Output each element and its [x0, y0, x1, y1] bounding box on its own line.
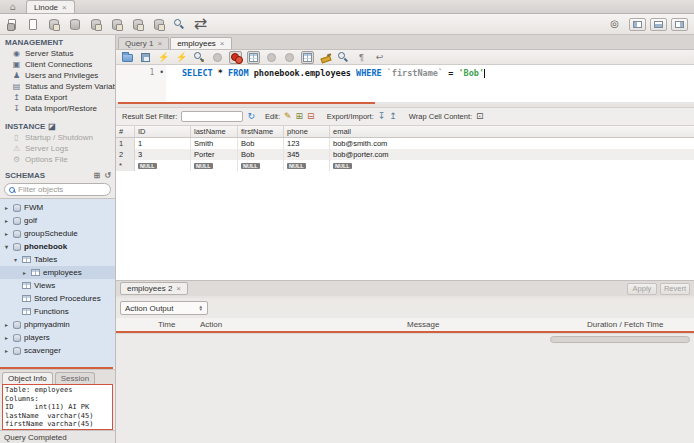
close-tab-icon[interactable]: ×	[157, 39, 162, 48]
expander-icon[interactable]: ▾	[3, 243, 10, 250]
grid-cell[interactable]: 1	[116, 138, 135, 149]
tree-node-tables[interactable]: ▾Tables	[0, 253, 115, 266]
new-query-tab-icon[interactable]	[4, 17, 19, 32]
create-view-icon[interactable]	[109, 17, 124, 32]
sql-code-editor[interactable]: 1 • SELECT * FROM phonebook.employees WH…	[116, 65, 694, 102]
create-table-icon[interactable]	[88, 17, 103, 32]
schemas-collapse-icon[interactable]: ⊞	[94, 171, 101, 180]
show-invisible-characters-icon[interactable]: ¶	[355, 51, 368, 64]
commit-transaction-icon[interactable]	[265, 51, 278, 64]
tree-node-functions[interactable]: Functions	[0, 305, 115, 318]
toggle-left-panel-button[interactable]	[629, 18, 646, 31]
tree-node-employees[interactable]: ▸employees	[0, 266, 115, 279]
search-data-icon[interactable]	[172, 17, 187, 32]
reconnect-database-icon[interactable]: ⇄	[193, 17, 208, 32]
sidebar-item-users-and-privileges[interactable]: ♟Users and Privileges	[0, 70, 115, 81]
search-settings-icon[interactable]: ◎	[610, 19, 619, 29]
expander-icon[interactable]: ▸	[21, 269, 28, 276]
result-tab-employees-2[interactable]: employees 2 ×	[120, 282, 188, 295]
edit-record-icon[interactable]: ✎	[284, 112, 292, 121]
grid-cell[interactable]: Bob	[238, 138, 284, 149]
grid-cell[interactable]: NULL	[191, 160, 238, 171]
column-header-email[interactable]: email	[330, 126, 694, 137]
tab-session[interactable]: Session	[55, 372, 95, 384]
grid-cell[interactable]: 345	[284, 149, 330, 160]
toggle-stop-on-error-icon[interactable]	[229, 51, 242, 64]
grid-cell[interactable]: Porter	[191, 149, 238, 160]
column-header-phone[interactable]: phone	[284, 126, 330, 137]
create-schema-icon[interactable]	[67, 17, 82, 32]
tree-node-scavenger[interactable]: ▸scavenger	[0, 344, 115, 357]
toggle-bottom-panel-button[interactable]	[650, 18, 667, 31]
column-header-lastname[interactable]: lastName	[191, 126, 238, 137]
tree-node-views[interactable]: Views	[0, 279, 115, 292]
home-tab[interactable]: ⌂	[0, 0, 26, 13]
sidebar-item-client-connections[interactable]: ▣Client Connections	[0, 59, 115, 70]
grid-cell[interactable]: 123	[284, 138, 330, 149]
column-header-firstname[interactable]: firstName	[238, 126, 284, 137]
expander-icon[interactable]: ▸	[3, 321, 10, 328]
grid-cell[interactable]: *	[116, 160, 135, 171]
expander-icon[interactable]: ▸	[3, 204, 10, 211]
grid-cell[interactable]: Smith	[191, 138, 238, 149]
grid-cell[interactable]: NULL	[238, 160, 284, 171]
open-script-icon[interactable]	[25, 17, 40, 32]
tree-node-players[interactable]: ▸players	[0, 331, 115, 344]
toggle-right-panel-button[interactable]	[671, 18, 688, 31]
execute-script-icon[interactable]: ⚡	[157, 51, 170, 64]
horizontal-scrollbar-thumb[interactable]	[550, 336, 690, 343]
query-tab-employees[interactable]: employees×	[170, 37, 231, 49]
grid-cell[interactable]: 2	[116, 149, 135, 160]
grid-null-row[interactable]: *NULLNULLNULLNULLNULL	[116, 160, 694, 171]
toggle-word-wrap-icon[interactable]: ↩	[373, 51, 386, 64]
expander-icon[interactable]: ▾	[12, 256, 19, 263]
query-tab-query-1[interactable]: Query 1×	[118, 37, 169, 49]
wrap-cell-content-icon[interactable]: ⊡	[476, 112, 484, 121]
grid-row[interactable]: 11SmithBob123bob@smith.com	[116, 138, 694, 149]
grid-cell[interactable]: NULL	[330, 160, 694, 171]
expander-icon[interactable]: ▸	[3, 217, 10, 224]
create-procedure-icon[interactable]	[130, 17, 145, 32]
explain-plan-icon[interactable]	[193, 51, 206, 64]
stop-execution-icon[interactable]	[211, 51, 224, 64]
column-header-rownum[interactable]: #	[116, 126, 135, 137]
grid-cell[interactable]: 1	[135, 138, 191, 149]
grid-cell[interactable]: NULL	[135, 160, 191, 171]
close-connection-tab-icon[interactable]: ×	[62, 3, 67, 12]
apply-button[interactable]: Apply	[627, 283, 657, 295]
schema-filter-input[interactable]	[18, 185, 98, 194]
tree-node-phpmyadmin[interactable]: ▸phpmyadmin	[0, 318, 115, 331]
beautify-script-icon[interactable]	[319, 51, 332, 64]
tree-node-fwm[interactable]: ▸FWM	[0, 201, 115, 214]
import-records-icon[interactable]: ↥	[389, 112, 397, 121]
create-function-icon[interactable]	[151, 17, 166, 32]
rollback-transaction-icon[interactable]	[283, 51, 296, 64]
limit-rows-icon[interactable]	[247, 51, 260, 64]
tab-object-info[interactable]: Object Info	[2, 372, 53, 384]
tree-node-golf[interactable]: ▸golf	[0, 214, 115, 227]
close-result-tab-icon[interactable]: ×	[176, 284, 181, 293]
delete-record-icon[interactable]: ⊟	[307, 112, 315, 121]
connection-tab[interactable]: Linode ×	[26, 0, 75, 13]
expander-icon[interactable]: ▸	[3, 347, 10, 354]
expander-icon[interactable]: ▸	[3, 230, 10, 237]
grid-cell[interactable]: 3	[135, 149, 191, 160]
tree-node-groupschedule[interactable]: ▸groupSchedule	[0, 227, 115, 240]
toggle-autocommit-icon[interactable]	[301, 51, 314, 64]
grid-cell[interactable]: Bob	[238, 149, 284, 160]
sidebar-item-data-export[interactable]: ↥Data Export	[0, 92, 115, 103]
expander-icon[interactable]: ▸	[3, 334, 10, 341]
output-type-select[interactable]: Action Output ▲▼	[120, 301, 208, 315]
revert-button[interactable]: Revert	[660, 283, 690, 295]
save-script-icon[interactable]	[139, 51, 152, 64]
close-tab-icon[interactable]: ×	[220, 39, 225, 48]
tree-node-phonebook[interactable]: ▾phonebook	[0, 240, 115, 253]
sidebar-item-server-status[interactable]: ◉Server Status	[0, 48, 115, 59]
sidebar-item-status-and-system-variables[interactable]: ▤Status and System Variables	[0, 81, 115, 92]
export-recordset-icon[interactable]: ↧	[378, 112, 386, 121]
grid-cell[interactable]: bob@porter.com	[330, 149, 694, 160]
result-set-filter-input[interactable]	[181, 111, 243, 122]
sidebar-item-data-import-restore[interactable]: ↧Data Import/Restore	[0, 103, 115, 114]
grid-cell[interactable]: bob@smith.com	[330, 138, 694, 149]
grid-cell[interactable]: NULL	[284, 160, 330, 171]
